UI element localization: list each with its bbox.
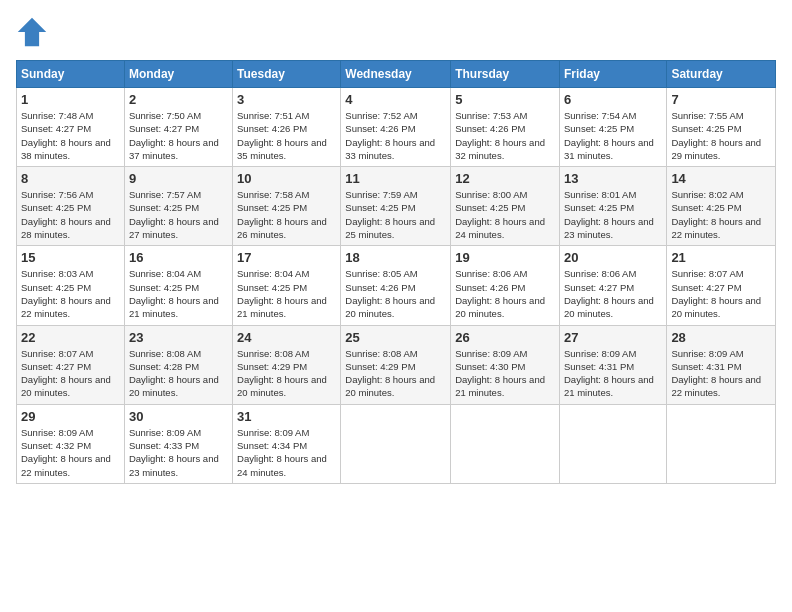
calendar-week-4: 22Sunrise: 8:07 AMSunset: 4:27 PMDayligh…	[17, 325, 776, 404]
calendar-cell: 16Sunrise: 8:04 AMSunset: 4:25 PMDayligh…	[124, 246, 232, 325]
day-info: Sunrise: 8:08 AMSunset: 4:28 PMDaylight:…	[129, 347, 228, 400]
header-friday: Friday	[559, 61, 666, 88]
calendar-cell: 8Sunrise: 7:56 AMSunset: 4:25 PMDaylight…	[17, 167, 125, 246]
calendar-cell: 12Sunrise: 8:00 AMSunset: 4:25 PMDayligh…	[451, 167, 560, 246]
header-thursday: Thursday	[451, 61, 560, 88]
day-number: 21	[671, 250, 771, 265]
day-info: Sunrise: 8:00 AMSunset: 4:25 PMDaylight:…	[455, 188, 555, 241]
header-tuesday: Tuesday	[233, 61, 341, 88]
svg-marker-0	[18, 18, 46, 46]
day-number: 16	[129, 250, 228, 265]
calendar-cell: 26Sunrise: 8:09 AMSunset: 4:30 PMDayligh…	[451, 325, 560, 404]
day-info: Sunrise: 8:09 AMSunset: 4:31 PMDaylight:…	[564, 347, 662, 400]
day-number: 14	[671, 171, 771, 186]
day-number: 27	[564, 330, 662, 345]
calendar-cell: 2Sunrise: 7:50 AMSunset: 4:27 PMDaylight…	[124, 88, 232, 167]
day-number: 17	[237, 250, 336, 265]
logo-icon	[16, 16, 48, 48]
day-info: Sunrise: 8:06 AMSunset: 4:26 PMDaylight:…	[455, 267, 555, 320]
calendar-cell: 30Sunrise: 8:09 AMSunset: 4:33 PMDayligh…	[124, 404, 232, 483]
day-info: Sunrise: 7:53 AMSunset: 4:26 PMDaylight:…	[455, 109, 555, 162]
day-number: 12	[455, 171, 555, 186]
day-info: Sunrise: 8:09 AMSunset: 4:32 PMDaylight:…	[21, 426, 120, 479]
calendar-cell: 17Sunrise: 8:04 AMSunset: 4:25 PMDayligh…	[233, 246, 341, 325]
day-info: Sunrise: 8:05 AMSunset: 4:26 PMDaylight:…	[345, 267, 446, 320]
day-number: 24	[237, 330, 336, 345]
day-info: Sunrise: 8:09 AMSunset: 4:31 PMDaylight:…	[671, 347, 771, 400]
calendar-cell: 11Sunrise: 7:59 AMSunset: 4:25 PMDayligh…	[341, 167, 451, 246]
page-header	[16, 16, 776, 48]
calendar-cell: 1Sunrise: 7:48 AMSunset: 4:27 PMDaylight…	[17, 88, 125, 167]
day-number: 7	[671, 92, 771, 107]
day-number: 26	[455, 330, 555, 345]
day-info: Sunrise: 7:50 AMSunset: 4:27 PMDaylight:…	[129, 109, 228, 162]
day-number: 2	[129, 92, 228, 107]
calendar-cell: 20Sunrise: 8:06 AMSunset: 4:27 PMDayligh…	[559, 246, 666, 325]
calendar-cell: 24Sunrise: 8:08 AMSunset: 4:29 PMDayligh…	[233, 325, 341, 404]
calendar-week-2: 8Sunrise: 7:56 AMSunset: 4:25 PMDaylight…	[17, 167, 776, 246]
day-number: 11	[345, 171, 446, 186]
calendar-cell: 15Sunrise: 8:03 AMSunset: 4:25 PMDayligh…	[17, 246, 125, 325]
day-number: 29	[21, 409, 120, 424]
day-info: Sunrise: 7:56 AMSunset: 4:25 PMDaylight:…	[21, 188, 120, 241]
day-number: 22	[21, 330, 120, 345]
calendar-week-1: 1Sunrise: 7:48 AMSunset: 4:27 PMDaylight…	[17, 88, 776, 167]
day-number: 25	[345, 330, 446, 345]
calendar-cell	[451, 404, 560, 483]
day-number: 20	[564, 250, 662, 265]
calendar-cell: 25Sunrise: 8:08 AMSunset: 4:29 PMDayligh…	[341, 325, 451, 404]
day-number: 1	[21, 92, 120, 107]
calendar-week-3: 15Sunrise: 8:03 AMSunset: 4:25 PMDayligh…	[17, 246, 776, 325]
day-info: Sunrise: 8:06 AMSunset: 4:27 PMDaylight:…	[564, 267, 662, 320]
header-sunday: Sunday	[17, 61, 125, 88]
day-info: Sunrise: 7:55 AMSunset: 4:25 PMDaylight:…	[671, 109, 771, 162]
day-number: 28	[671, 330, 771, 345]
day-info: Sunrise: 8:01 AMSunset: 4:25 PMDaylight:…	[564, 188, 662, 241]
calendar-cell: 10Sunrise: 7:58 AMSunset: 4:25 PMDayligh…	[233, 167, 341, 246]
calendar-cell: 23Sunrise: 8:08 AMSunset: 4:28 PMDayligh…	[124, 325, 232, 404]
calendar-cell: 19Sunrise: 8:06 AMSunset: 4:26 PMDayligh…	[451, 246, 560, 325]
day-info: Sunrise: 7:54 AMSunset: 4:25 PMDaylight:…	[564, 109, 662, 162]
day-info: Sunrise: 8:02 AMSunset: 4:25 PMDaylight:…	[671, 188, 771, 241]
day-info: Sunrise: 7:51 AMSunset: 4:26 PMDaylight:…	[237, 109, 336, 162]
day-info: Sunrise: 8:04 AMSunset: 4:25 PMDaylight:…	[129, 267, 228, 320]
calendar-cell: 13Sunrise: 8:01 AMSunset: 4:25 PMDayligh…	[559, 167, 666, 246]
day-number: 4	[345, 92, 446, 107]
day-number: 30	[129, 409, 228, 424]
calendar-cell	[667, 404, 776, 483]
calendar-cell: 28Sunrise: 8:09 AMSunset: 4:31 PMDayligh…	[667, 325, 776, 404]
calendar-table: SundayMondayTuesdayWednesdayThursdayFrid…	[16, 60, 776, 484]
day-number: 8	[21, 171, 120, 186]
logo	[16, 16, 52, 48]
calendar-cell: 14Sunrise: 8:02 AMSunset: 4:25 PMDayligh…	[667, 167, 776, 246]
calendar-cell: 21Sunrise: 8:07 AMSunset: 4:27 PMDayligh…	[667, 246, 776, 325]
calendar-cell: 31Sunrise: 8:09 AMSunset: 4:34 PMDayligh…	[233, 404, 341, 483]
calendar-cell	[559, 404, 666, 483]
calendar-cell: 3Sunrise: 7:51 AMSunset: 4:26 PMDaylight…	[233, 88, 341, 167]
day-info: Sunrise: 7:59 AMSunset: 4:25 PMDaylight:…	[345, 188, 446, 241]
day-info: Sunrise: 8:04 AMSunset: 4:25 PMDaylight:…	[237, 267, 336, 320]
calendar-cell: 9Sunrise: 7:57 AMSunset: 4:25 PMDaylight…	[124, 167, 232, 246]
calendar-week-5: 29Sunrise: 8:09 AMSunset: 4:32 PMDayligh…	[17, 404, 776, 483]
calendar-cell: 6Sunrise: 7:54 AMSunset: 4:25 PMDaylight…	[559, 88, 666, 167]
day-number: 10	[237, 171, 336, 186]
day-number: 18	[345, 250, 446, 265]
calendar-cell: 29Sunrise: 8:09 AMSunset: 4:32 PMDayligh…	[17, 404, 125, 483]
day-info: Sunrise: 8:08 AMSunset: 4:29 PMDaylight:…	[345, 347, 446, 400]
day-info: Sunrise: 8:08 AMSunset: 4:29 PMDaylight:…	[237, 347, 336, 400]
header-monday: Monday	[124, 61, 232, 88]
day-info: Sunrise: 8:03 AMSunset: 4:25 PMDaylight:…	[21, 267, 120, 320]
day-number: 23	[129, 330, 228, 345]
day-number: 5	[455, 92, 555, 107]
day-info: Sunrise: 7:48 AMSunset: 4:27 PMDaylight:…	[21, 109, 120, 162]
calendar-cell: 18Sunrise: 8:05 AMSunset: 4:26 PMDayligh…	[341, 246, 451, 325]
day-number: 3	[237, 92, 336, 107]
day-number: 15	[21, 250, 120, 265]
day-info: Sunrise: 8:09 AMSunset: 4:34 PMDaylight:…	[237, 426, 336, 479]
calendar-cell: 7Sunrise: 7:55 AMSunset: 4:25 PMDaylight…	[667, 88, 776, 167]
day-number: 31	[237, 409, 336, 424]
day-info: Sunrise: 8:09 AMSunset: 4:33 PMDaylight:…	[129, 426, 228, 479]
calendar-header-row: SundayMondayTuesdayWednesdayThursdayFrid…	[17, 61, 776, 88]
header-wednesday: Wednesday	[341, 61, 451, 88]
calendar-cell: 5Sunrise: 7:53 AMSunset: 4:26 PMDaylight…	[451, 88, 560, 167]
